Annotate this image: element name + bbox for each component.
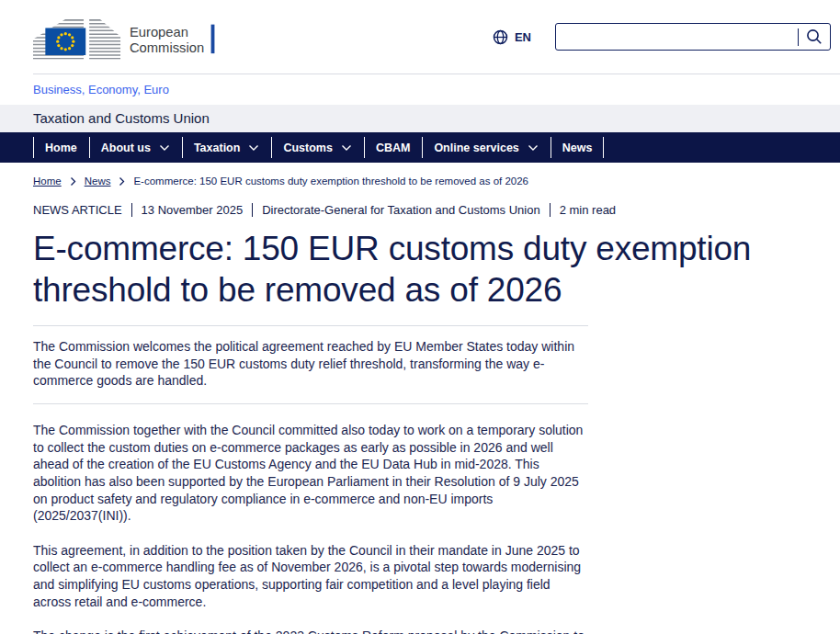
ec-flag-graphic-icon: European Commission: [33, 12, 222, 62]
search-button[interactable]: [799, 24, 830, 50]
page-title: E-commerce: 150 EUR customs duty exempti…: [33, 228, 807, 311]
chevron-down-icon: [248, 144, 259, 152]
chevron-down-icon: [159, 144, 170, 152]
main-navigation: Home About us Taxation Customs CBAM Onli…: [0, 132, 840, 163]
search-icon: [806, 28, 823, 45]
nav-label: News: [562, 142, 593, 154]
nav-label: Customs: [283, 142, 332, 154]
breadcrumb: Home News E-commerce: 150 EUR customs du…: [0, 163, 840, 187]
site-category-link[interactable]: Business, Economy, Euro: [33, 83, 169, 96]
search-input[interactable]: [556, 26, 798, 48]
breadcrumb-current: E-commerce: 150 EUR customs duty exempti…: [133, 175, 528, 187]
article-type-label: NEWS ARTICLE: [33, 203, 122, 217]
article-body: The Commission together with the Council…: [33, 422, 807, 634]
search-box: [555, 23, 831, 51]
globe-icon: [493, 29, 508, 45]
site-title: Taxation and Customs Union: [33, 110, 210, 126]
page-header: European Commission EN: [0, 0, 840, 74]
chevron-right-icon: [119, 176, 125, 187]
language-code: EN: [515, 30, 531, 44]
nav-label: Taxation: [194, 142, 240, 154]
nav-label: Online services: [434, 142, 518, 154]
logo-text-line1: European: [130, 25, 188, 40]
nav-item-online-services[interactable]: Online services: [422, 132, 550, 163]
article-lede: The Commission welcomes the political ag…: [33, 325, 588, 404]
article-paragraph: The change is the first achievement of t…: [33, 628, 588, 634]
nav-label: About us: [101, 142, 151, 154]
nav-item-about-us[interactable]: About us: [89, 132, 182, 163]
chevron-down-icon: [341, 144, 352, 152]
european-commission-logo[interactable]: European Commission: [33, 12, 222, 62]
article-author: Directorate-General for Taxation and Cus…: [262, 203, 540, 217]
meta-divider: [252, 203, 253, 217]
article-paragraph: This agreement, in addition to the posit…: [33, 542, 588, 610]
nav-label: Home: [45, 142, 77, 154]
nav-item-cbam[interactable]: CBAM: [364, 132, 423, 163]
chevron-down-icon: [528, 144, 539, 152]
nav-label: CBAM: [376, 142, 411, 154]
site-category-row: Business, Economy, Euro: [0, 74, 840, 105]
article-date: 13 November 2025: [142, 203, 244, 217]
meta-divider: [131, 203, 132, 217]
meta-divider: [550, 203, 551, 217]
nav-item-taxation[interactable]: Taxation: [182, 132, 271, 163]
chevron-right-icon: [70, 176, 76, 187]
article-read-time: 2 min read: [560, 203, 616, 217]
breadcrumb-home-link[interactable]: Home: [33, 175, 62, 187]
article-meta: NEWS ARTICLE 13 November 2025 Directorat…: [33, 203, 807, 217]
site-title-band: Taxation and Customs Union: [0, 105, 840, 132]
article-paragraph: The Commission together with the Council…: [33, 422, 588, 525]
nav-item-customs[interactable]: Customs: [271, 132, 363, 163]
nav-item-home[interactable]: Home: [33, 132, 89, 163]
breadcrumb-news-link[interactable]: News: [85, 175, 111, 187]
language-selector[interactable]: EN: [493, 29, 531, 45]
nav-item-news[interactable]: News: [551, 132, 605, 163]
logo-text-line2: Commission: [130, 40, 204, 55]
